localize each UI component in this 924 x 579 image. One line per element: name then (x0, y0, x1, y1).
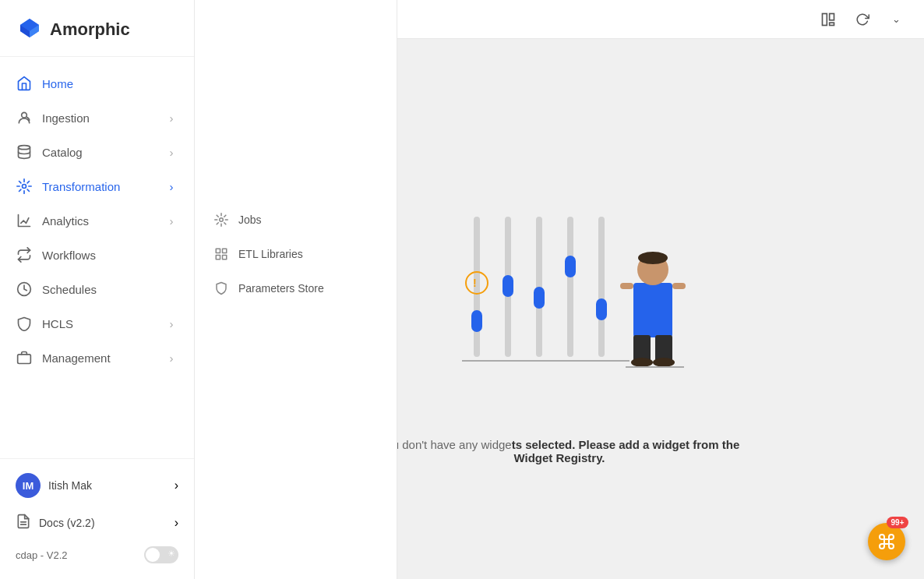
svg-rect-12 (823, 13, 827, 25)
dropdown-item-etl-libraries[interactable]: ETL Libraries (195, 237, 397, 271)
chevron-right-icon-docs: › (175, 516, 178, 530)
chevron-right-icon-hcls: › (164, 316, 178, 330)
chevron-down-icon: ⌄ (892, 13, 901, 25)
svg-rect-28 (633, 283, 672, 337)
svg-rect-14 (830, 23, 834, 25)
svg-rect-11 (216, 256, 220, 259)
refresh-button[interactable] (850, 7, 875, 32)
svg-point-0 (22, 112, 27, 118)
sidebar-item-hcls[interactable]: HCLS › (0, 306, 194, 341)
sidebar-item-label-catalog: Catalog (42, 146, 164, 159)
management-icon (16, 349, 33, 366)
sidebar-item-analytics[interactable]: Analytics › (0, 203, 194, 238)
svg-point-36 (653, 358, 675, 367)
sidebar-item-label-hcls: HCLS (42, 317, 164, 330)
sidebar: Amorphic Home Ingestion › (0, 0, 195, 579)
svg-rect-20 (534, 287, 545, 309)
version-bar: cdap - V2.2 ☀ (0, 540, 194, 573)
svg-rect-21 (567, 217, 573, 357)
fab-button[interactable] (868, 523, 905, 560)
sidebar-item-label-transformation: Transformation (42, 180, 164, 193)
svg-rect-18 (503, 275, 513, 297)
etl-libraries-icon (213, 246, 229, 262)
sidebar-nav: Home Ingestion › Catal (0, 57, 194, 458)
logo-text: Amorphic (50, 19, 130, 40)
transformation-icon (16, 178, 33, 195)
svg-rect-32 (672, 283, 686, 289)
fab-badge: 99+ (887, 517, 908, 528)
sidebar-item-label-home: Home (42, 77, 178, 90)
empty-state-message: You don't have any widgets selected. Ple… (365, 438, 754, 464)
sidebar-item-label-schedules: Schedules (42, 283, 178, 296)
sidebar-item-catalog[interactable]: Catalog › (0, 135, 194, 169)
parameters-store-icon (213, 281, 229, 296)
dropdown-item-etl-label: ETL Libraries (238, 248, 303, 260)
docs-label: Docs (v2.2) (39, 517, 175, 529)
chevron-right-icon-catalog: › (164, 145, 178, 159)
ingestion-icon (16, 109, 33, 126)
amorphic-logo-icon (16, 16, 44, 44)
svg-point-1 (19, 146, 30, 150)
fab-container: 99+ (868, 523, 905, 560)
svg-rect-9 (223, 249, 227, 252)
sidebar-item-home[interactable]: Home (0, 66, 194, 101)
svg-rect-23 (598, 217, 605, 357)
dropdown-item-jobs[interactable]: Jobs (195, 203, 397, 237)
analytics-icon (16, 212, 33, 229)
user-avatar: IM (16, 473, 41, 498)
catalog-icon (16, 143, 33, 161)
widget-registry-dropdown[interactable]: ⌄ (884, 10, 908, 28)
sidebar-item-label-ingestion: Ingestion (42, 111, 164, 125)
user-name: Itish Mak (48, 479, 175, 492)
svg-rect-4 (18, 355, 31, 364)
sidebar-item-workflows[interactable]: Workflows (0, 238, 194, 272)
transformation-dropdown-panel: Jobs ETL Libraries Parameters Store (195, 0, 397, 579)
schedules-icon (16, 281, 33, 298)
home-icon (16, 75, 33, 92)
svg-rect-16 (471, 310, 482, 332)
svg-rect-24 (596, 298, 607, 320)
svg-text:!: ! (473, 277, 477, 289)
dropdown-item-params-label: Parameters Store (238, 282, 324, 295)
svg-rect-31 (620, 283, 633, 289)
chevron-right-icon: › (164, 111, 178, 125)
svg-rect-13 (830, 13, 834, 19)
empty-state-text-part1: You don't have any widge (379, 438, 512, 451)
svg-rect-10 (223, 256, 227, 259)
svg-point-2 (23, 185, 26, 189)
chevron-right-icon-transformation: › (164, 179, 178, 193)
sidebar-item-label-analytics: Analytics (42, 214, 164, 228)
logo-container: Amorphic (0, 0, 194, 57)
sidebar-item-management[interactable]: Management › (0, 341, 194, 375)
illustration-svg: ! (427, 154, 692, 419)
command-icon (877, 532, 896, 551)
svg-rect-8 (216, 249, 220, 252)
jobs-icon (213, 212, 229, 228)
chevron-right-icon-user: › (175, 478, 178, 493)
hcls-icon (16, 315, 33, 332)
sidebar-item-ingestion[interactable]: Ingestion › (0, 101, 194, 135)
sidebar-item-schedules[interactable]: Schedules (0, 272, 194, 306)
sidebar-bottom: IM Itish Mak › Docs (v2.2) › cdap - V2.2 (0, 458, 194, 579)
empty-state-illustration: ! (427, 154, 692, 422)
version-text: cdap - V2.2 (16, 549, 68, 561)
workflows-icon (16, 246, 33, 263)
dropdown-item-jobs-label: Jobs (238, 214, 262, 226)
svg-point-30 (638, 252, 668, 264)
sidebar-item-label-workflows: Workflows (42, 249, 178, 262)
svg-point-35 (631, 358, 653, 367)
svg-point-7 (220, 218, 224, 222)
layout-toggle-button[interactable] (816, 7, 841, 32)
docs-item[interactable]: Docs (v2.2) › (0, 506, 194, 540)
chevron-right-icon-analytics: › (164, 214, 178, 228)
empty-state-text-bold: ts selected. Please add a widget from th… (512, 438, 740, 464)
dropdown-item-parameters-store[interactable]: Parameters Store (195, 271, 397, 305)
docs-icon (16, 514, 31, 532)
svg-rect-22 (565, 256, 576, 277)
user-profile-item[interactable]: IM Itish Mak › (0, 465, 194, 506)
theme-toggle[interactable]: ☀ (144, 546, 178, 563)
sidebar-item-transformation[interactable]: Transformation › (0, 169, 194, 203)
chevron-right-icon-management: › (164, 351, 178, 365)
toggle-sun-icon: ☀ (168, 549, 175, 559)
toggle-knob (146, 548, 160, 562)
